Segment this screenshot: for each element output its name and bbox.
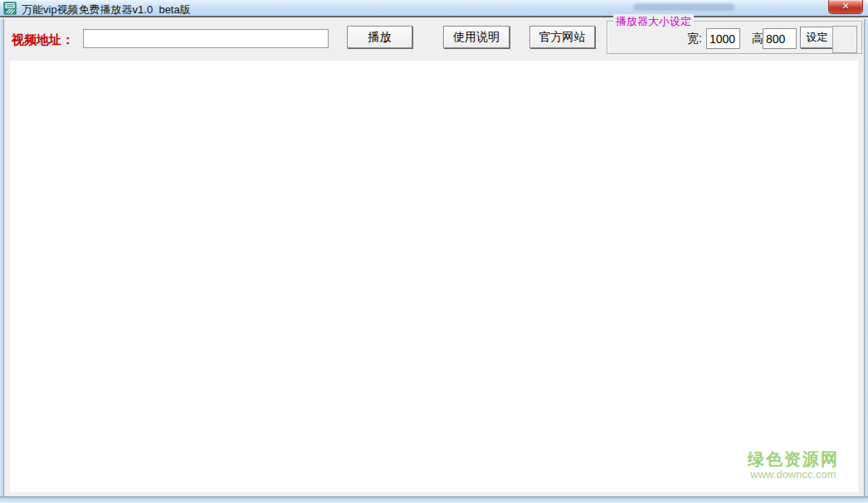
player-size-group-title: 播放器大小设定: [613, 14, 694, 29]
help-button[interactable]: 使用说明: [443, 26, 510, 48]
width-input[interactable]: [706, 28, 740, 49]
watermark: 绿色资源网 www.downcc.com: [748, 450, 839, 481]
window-border-left: [0, 19, 4, 496]
play-button[interactable]: 播放: [347, 26, 412, 48]
window-border-right: [864, 19, 868, 496]
set-size-button[interactable]: 设定: [800, 27, 834, 48]
close-button[interactable]: ✕: [828, 0, 863, 14]
titlebar[interactable]: 万能vip视频免费播放器v1.0 beta版 ✕: [0, 0, 868, 17]
window-border-bottom: [0, 496, 868, 503]
titlebar-artifact: [633, 3, 734, 11]
watermark-site-url: www.downcc.com: [748, 469, 839, 481]
official-website-button[interactable]: 官方网站: [529, 26, 595, 48]
window-title: 万能vip视频免费播放器v1.0 beta版: [22, 2, 191, 17]
width-label: 宽:: [687, 32, 702, 46]
app-window: 万能vip视频免费播放器v1.0 beta版 ✕ 视频地址： 播放 使用说明 官…: [0, 0, 868, 503]
video-address-label: 视频地址：: [12, 32, 74, 48]
app-icon: [3, 2, 17, 15]
height-input[interactable]: [763, 28, 797, 49]
video-display-area: 绿色资源网 www.downcc.com: [10, 61, 858, 492]
empty-panel: [832, 26, 857, 53]
watermark-site-name: 绿色资源网: [748, 450, 839, 469]
player-size-group: 播放器大小设定 宽: 高: 设定: [607, 21, 862, 54]
video-address-input[interactable]: [83, 29, 329, 48]
close-icon: ✕: [841, 1, 849, 11]
